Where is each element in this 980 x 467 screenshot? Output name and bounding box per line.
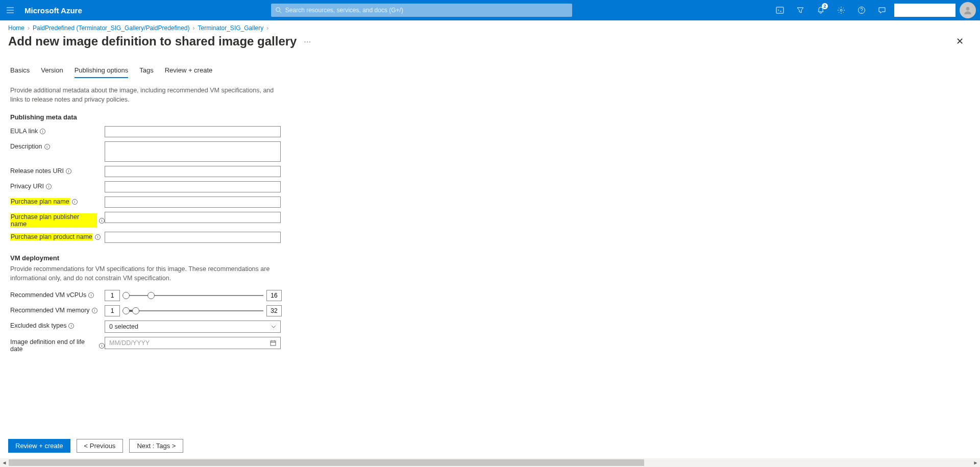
close-blade-button[interactable]: ✕ bbox=[952, 34, 968, 49]
search-wrap bbox=[271, 4, 572, 17]
row-privacy: Privacy URIi bbox=[10, 181, 970, 192]
chevron-right-icon: › bbox=[193, 24, 195, 32]
tab-review-create[interactable]: Review + create bbox=[165, 63, 213, 78]
scroll-track[interactable] bbox=[9, 458, 971, 467]
slider-memory[interactable] bbox=[123, 310, 263, 311]
notifications-button[interactable]: 2 bbox=[811, 0, 831, 20]
input-release-notes-uri[interactable] bbox=[105, 166, 281, 177]
row-plan-product: Purchase plan product namei bbox=[10, 232, 970, 243]
svg-line-1 bbox=[280, 11, 282, 13]
label-memory: Recommended VM memory bbox=[10, 307, 90, 314]
date-placeholder: MM/DD/YYYY bbox=[109, 339, 150, 347]
row-description: Descriptioni bbox=[10, 141, 970, 162]
scroll-left-arrow[interactable]: ◄ bbox=[0, 458, 9, 467]
input-eula-link[interactable] bbox=[105, 126, 281, 137]
hamburger-menu-button[interactable] bbox=[0, 0, 20, 20]
label-eol: Image definition end of life date bbox=[10, 338, 97, 353]
input-memory-max[interactable] bbox=[266, 305, 282, 316]
label-vcpus: Recommended VM vCPUs bbox=[10, 291, 86, 299]
input-eol-date[interactable]: MM/DD/YYYY bbox=[105, 337, 281, 349]
previous-button[interactable]: < Previous bbox=[77, 439, 124, 453]
input-description[interactable] bbox=[105, 141, 281, 162]
info-icon[interactable]: i bbox=[99, 218, 105, 224]
top-bar: Microsoft Azure 2 bbox=[0, 0, 980, 20]
notification-badge: 2 bbox=[822, 3, 828, 9]
breadcrumb-link-gallery[interactable]: Terminator_SIG_Gallery bbox=[198, 24, 264, 32]
slider-vcpus[interactable] bbox=[123, 295, 263, 296]
info-icon[interactable]: i bbox=[40, 129, 45, 134]
breadcrumb: Home › PaidPredefined (Terminator_SIG_Ga… bbox=[0, 20, 980, 34]
cloud-shell-button[interactable] bbox=[770, 0, 790, 20]
intro-text: Provide additional metadata about the im… bbox=[10, 86, 281, 104]
feedback-icon bbox=[878, 6, 886, 14]
select-value: 0 selected bbox=[109, 323, 138, 330]
info-icon[interactable]: i bbox=[72, 199, 78, 205]
search-icon bbox=[275, 7, 282, 14]
info-icon[interactable]: i bbox=[46, 184, 52, 189]
input-purchase-plan-name[interactable] bbox=[105, 196, 281, 208]
info-icon[interactable]: i bbox=[66, 168, 71, 174]
info-icon[interactable]: i bbox=[44, 144, 50, 150]
input-memory-min[interactable] bbox=[105, 305, 120, 316]
info-icon[interactable]: i bbox=[68, 323, 74, 329]
brand-label[interactable]: Microsoft Azure bbox=[24, 6, 82, 15]
input-purchase-plan-publisher[interactable] bbox=[105, 212, 281, 223]
settings-button[interactable] bbox=[831, 0, 851, 20]
row-release-notes: Release notes URIi bbox=[10, 166, 970, 177]
input-vcpus-max[interactable] bbox=[266, 290, 282, 301]
review-create-button[interactable]: Review + create bbox=[8, 439, 70, 453]
cloud-shell-icon bbox=[776, 6, 784, 14]
label-release-notes: Release notes URI bbox=[10, 167, 64, 175]
calendar-icon bbox=[270, 340, 276, 346]
help-button[interactable] bbox=[851, 0, 872, 20]
label-eula: EULA link bbox=[10, 128, 38, 135]
row-plan-publisher: Purchase plan publisher namei bbox=[10, 212, 970, 228]
title-more-button[interactable]: ··· bbox=[304, 37, 311, 45]
tab-publishing-options[interactable]: Publishing options bbox=[75, 63, 129, 78]
info-icon[interactable]: i bbox=[95, 234, 101, 240]
slider-thumb-min[interactable] bbox=[122, 292, 130, 299]
content-area: Provide additional metadata about the im… bbox=[0, 79, 980, 433]
slider-thumb-max[interactable] bbox=[132, 307, 139, 314]
select-excluded-disk-types[interactable]: 0 selected bbox=[105, 321, 281, 333]
directory-filter-button[interactable] bbox=[790, 0, 811, 20]
info-icon[interactable]: i bbox=[92, 308, 97, 313]
global-search-input[interactable] bbox=[285, 7, 568, 14]
scroll-right-arrow[interactable]: ► bbox=[971, 458, 980, 467]
input-vcpus-min[interactable] bbox=[105, 290, 120, 301]
svg-point-3 bbox=[840, 9, 842, 11]
info-icon[interactable]: i bbox=[88, 292, 94, 298]
svg-point-5 bbox=[966, 7, 970, 11]
input-privacy-uri[interactable] bbox=[105, 181, 281, 192]
tab-version[interactable]: Version bbox=[41, 63, 63, 78]
svg-rect-6 bbox=[271, 341, 276, 346]
next-button[interactable]: Next : Tags > bbox=[129, 439, 183, 453]
title-row: Add new image definition to shared image… bbox=[0, 34, 980, 54]
chevron-right-icon: › bbox=[28, 24, 30, 32]
info-icon[interactable]: i bbox=[99, 343, 105, 349]
slider-thumb-max[interactable] bbox=[148, 292, 155, 299]
label-plan-name: Purchase plan name bbox=[10, 198, 70, 205]
person-icon bbox=[963, 6, 972, 15]
row-vcpus: Recommended VM vCPUsi bbox=[10, 290, 970, 301]
breadcrumb-link-resource[interactable]: PaidPredefined (Terminator_SIG_Gallery/P… bbox=[33, 24, 190, 32]
section-heading-meta: Publishing meta data bbox=[10, 113, 970, 121]
tab-basics[interactable]: Basics bbox=[10, 63, 30, 78]
top-right-actions: 2 bbox=[770, 0, 980, 20]
tab-tags[interactable]: Tags bbox=[139, 63, 153, 78]
account-box[interactable] bbox=[894, 4, 955, 17]
avatar-button[interactable] bbox=[960, 2, 976, 18]
slider-thumb-min[interactable] bbox=[122, 307, 130, 314]
feedback-button[interactable] bbox=[872, 0, 892, 20]
label-privacy: Privacy URI bbox=[10, 183, 44, 190]
row-eol-date: Image definition end of life datei MM/DD… bbox=[10, 337, 970, 353]
label-description: Description bbox=[10, 143, 42, 150]
row-plan-name: Purchase plan namei bbox=[10, 196, 970, 208]
input-purchase-plan-product[interactable] bbox=[105, 232, 281, 243]
scroll-thumb[interactable] bbox=[9, 459, 644, 466]
svg-rect-2 bbox=[776, 7, 783, 13]
breadcrumb-link-home[interactable]: Home bbox=[8, 24, 24, 32]
help-icon bbox=[857, 6, 866, 14]
horizontal-scrollbar[interactable]: ◄ ► bbox=[0, 458, 980, 467]
global-search[interactable] bbox=[271, 4, 572, 17]
